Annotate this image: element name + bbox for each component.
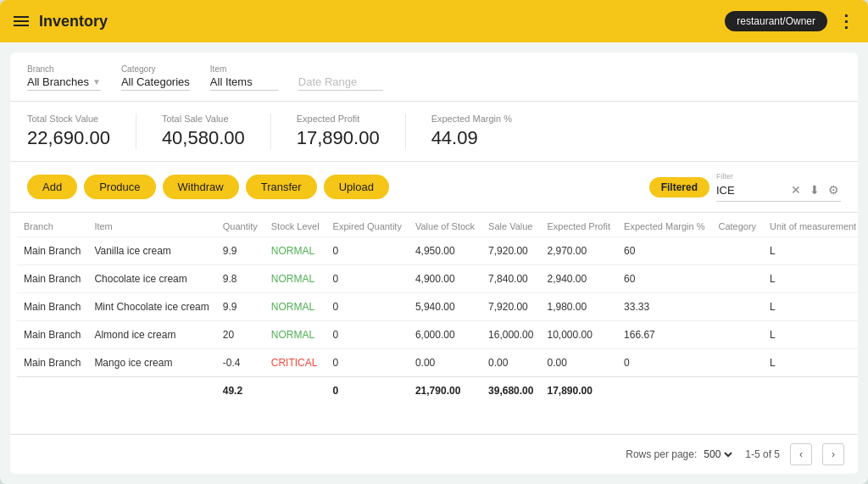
branch-dropdown[interactable]: All Branches ▼ xyxy=(27,75,101,91)
col-category: Category xyxy=(711,213,763,237)
stat-expected-profit-label: Expected Profit xyxy=(297,114,380,124)
branch-arrow-icon: ▼ xyxy=(92,77,101,86)
filters-section: Branch All Branches ▼ Category All Categ… xyxy=(10,53,858,102)
cell-expired-quantity: 0 xyxy=(326,293,409,321)
menu-icon[interactable] xyxy=(14,16,29,26)
more-icon[interactable]: ⋮ xyxy=(837,11,854,31)
total-value-of-stock: 21,790.00 xyxy=(409,377,481,405)
item-filter: Item All Items xyxy=(210,64,278,91)
produce-button[interactable]: Produce xyxy=(84,175,155,199)
cell-unit: L xyxy=(763,237,858,265)
user-badge[interactable]: restaurant/Owner xyxy=(725,11,827,31)
cell-category xyxy=(711,237,763,265)
cell-expected-margin: 33.33 xyxy=(617,293,711,321)
category-label: Category xyxy=(121,64,190,74)
cell-expected-profit: 2,970.00 xyxy=(540,237,617,265)
stats-section: Total Stock Value 22,690.00 Total Sale V… xyxy=(10,102,858,162)
item-dropdown[interactable]: All Items xyxy=(210,75,278,91)
cell-item: Mint Chocolate ice cream xyxy=(87,293,215,321)
settings-icon[interactable]: ⚙ xyxy=(826,181,841,198)
col-branch: Branch xyxy=(17,213,87,237)
cell-item: Mango ice cream xyxy=(87,349,215,377)
table-header-row: Branch Item Quantity Stock Level Expired… xyxy=(17,213,858,237)
stat-total-stock-value-num: 22,690.00 xyxy=(27,127,110,149)
cell-stock-level: NORMAL xyxy=(264,265,326,293)
col-stock-level: Stock Level xyxy=(264,213,326,237)
table-row: Main Branch Almond ice cream 20 NORMAL 0… xyxy=(17,321,858,349)
table-row: Main Branch Chocolate ice cream 9.8 NORM… xyxy=(17,265,858,293)
download-icon[interactable]: ⬇ xyxy=(808,181,821,198)
cell-sale-value: 16,000.00 xyxy=(481,321,540,349)
cell-stock-level: NORMAL xyxy=(264,237,326,265)
date-range-input[interactable]: Date Range xyxy=(298,75,383,91)
rows-per-page-select[interactable]: 500 100 50 xyxy=(700,448,735,461)
page-info: 1-5 of 5 xyxy=(745,448,780,460)
inventory-table: Branch Item Quantity Stock Level Expired… xyxy=(17,213,858,404)
stat-total-sale-value-num: 40,580.00 xyxy=(162,127,245,149)
stat-total-stock-value: Total Stock Value 22,690.00 xyxy=(27,114,136,149)
cell-category xyxy=(711,349,763,377)
cell-unit: L xyxy=(763,349,858,377)
item-label: Item xyxy=(210,64,278,74)
cell-unit: L xyxy=(763,321,858,349)
category-filter: Category All Categories xyxy=(121,64,190,91)
cell-quantity: 20 xyxy=(216,321,264,349)
stat-total-sale-label: Total Sale Value xyxy=(162,114,245,124)
cell-expected-profit: 2,940.00 xyxy=(540,265,617,293)
filter-input[interactable] xyxy=(716,184,784,197)
prev-page-button[interactable]: ‹ xyxy=(790,443,812,465)
filter-label: Filter xyxy=(716,172,841,181)
toolbar-section: Add Produce Withdraw Transfer Upload Fil… xyxy=(10,162,858,213)
cell-branch: Main Branch xyxy=(17,293,87,321)
header-right: restaurant/Owner ⋮ xyxy=(725,11,854,31)
cell-sale-value: 0.00 xyxy=(481,349,540,377)
stat-total-stock-label: Total Stock Value xyxy=(27,114,110,124)
cell-quantity: 9.9 xyxy=(216,293,264,321)
next-page-button[interactable]: › xyxy=(822,443,844,465)
cell-branch: Main Branch xyxy=(17,265,87,293)
branch-value: All Branches xyxy=(27,75,89,88)
cell-value-of-stock: 5,940.00 xyxy=(409,293,481,321)
pagination-section: Rows per page: 500 100 50 1-5 of 5 ‹ › xyxy=(10,434,858,474)
cell-unit: L xyxy=(763,265,858,293)
total-blank-stock xyxy=(264,377,326,405)
total-blank-margin xyxy=(617,377,711,405)
table-total-row: 49.2 0 21,790.00 39,680.00 17,890.00 xyxy=(17,377,858,405)
app-container: Inventory restaurant/Owner ⋮ Branch All … xyxy=(0,0,868,484)
date-range-filter: Date Range xyxy=(298,75,383,91)
cell-value-of-stock: 4,950.00 xyxy=(409,237,481,265)
add-button[interactable]: Add xyxy=(27,175,77,199)
category-dropdown[interactable]: All Categories xyxy=(121,75,190,91)
cell-expected-profit: 1,980.00 xyxy=(540,293,617,321)
total-expired-quantity: 0 xyxy=(326,377,409,405)
stat-total-sale-value: Total Sale Value 40,580.00 xyxy=(162,114,271,149)
stat-expected-margin-label: Expected Margin % xyxy=(431,114,512,124)
cell-item: Chocolate ice cream xyxy=(87,265,215,293)
main-content: Branch All Branches ▼ Category All Categ… xyxy=(10,53,858,474)
item-value: All Items xyxy=(210,75,253,88)
total-blank-item xyxy=(87,377,215,405)
clear-filter-icon[interactable]: ✕ xyxy=(789,181,803,198)
cell-stock-level: NORMAL xyxy=(264,321,326,349)
rows-per-page-label: Rows per page: xyxy=(626,448,697,460)
cell-value-of-stock: 4,900.00 xyxy=(409,265,481,293)
total-blank-branch xyxy=(17,377,87,405)
cell-value-of-stock: 0.00 xyxy=(409,349,481,377)
withdraw-button[interactable]: Withdraw xyxy=(163,175,239,199)
branch-filter: Branch All Branches ▼ xyxy=(27,64,101,91)
cell-category xyxy=(711,265,763,293)
table-row: Main Branch Mint Chocolate ice cream 9.9… xyxy=(17,293,858,321)
stat-expected-profit: Expected Profit 17,890.00 xyxy=(297,114,406,149)
page-title: Inventory xyxy=(39,13,108,31)
table-row: Main Branch Mango ice cream -0.4 CRITICA… xyxy=(17,349,858,377)
col-quantity: Quantity xyxy=(216,213,264,237)
cell-quantity: -0.4 xyxy=(216,349,264,377)
total-quantity: 49.2 xyxy=(216,377,264,405)
col-value-of-stock: Value of Stock xyxy=(409,213,481,237)
filter-input-group: Filter ✕ ⬇ ⚙ xyxy=(716,172,841,202)
col-expired-quantity: Expired Quantity xyxy=(326,213,409,237)
upload-button[interactable]: Upload xyxy=(324,175,389,199)
transfer-button[interactable]: Transfer xyxy=(246,175,317,199)
cell-expected-margin: 166.67 xyxy=(617,321,711,349)
cell-expected-profit: 10,000.00 xyxy=(540,321,617,349)
